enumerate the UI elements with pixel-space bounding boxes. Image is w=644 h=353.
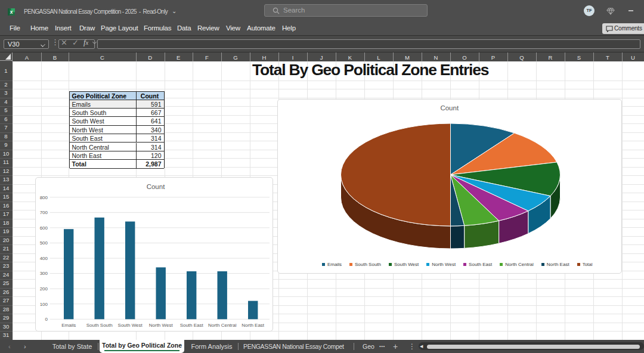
svg-text:South West: South West xyxy=(117,323,143,328)
svg-text:North West: North West xyxy=(148,323,173,328)
svg-text:800: 800 xyxy=(39,194,48,200)
svg-text:100: 100 xyxy=(39,301,48,306)
svg-text:South South: South South xyxy=(86,323,112,328)
svg-text:0: 0 xyxy=(45,317,48,322)
svg-text:Emails: Emails xyxy=(61,323,76,328)
svg-text:North East: North East xyxy=(242,323,265,328)
svg-text:300: 300 xyxy=(39,271,48,276)
svg-text:500: 500 xyxy=(39,240,48,246)
svg-text:Count: Count xyxy=(146,182,165,190)
svg-text:x: x xyxy=(10,9,13,15)
svg-text:South East: South East xyxy=(179,323,203,328)
svg-text:North Central: North Central xyxy=(208,323,236,328)
svg-text:600: 600 xyxy=(39,225,48,230)
svg-text:400: 400 xyxy=(39,255,48,261)
svg-text:200: 200 xyxy=(39,286,48,292)
svg-text:700: 700 xyxy=(39,210,48,215)
